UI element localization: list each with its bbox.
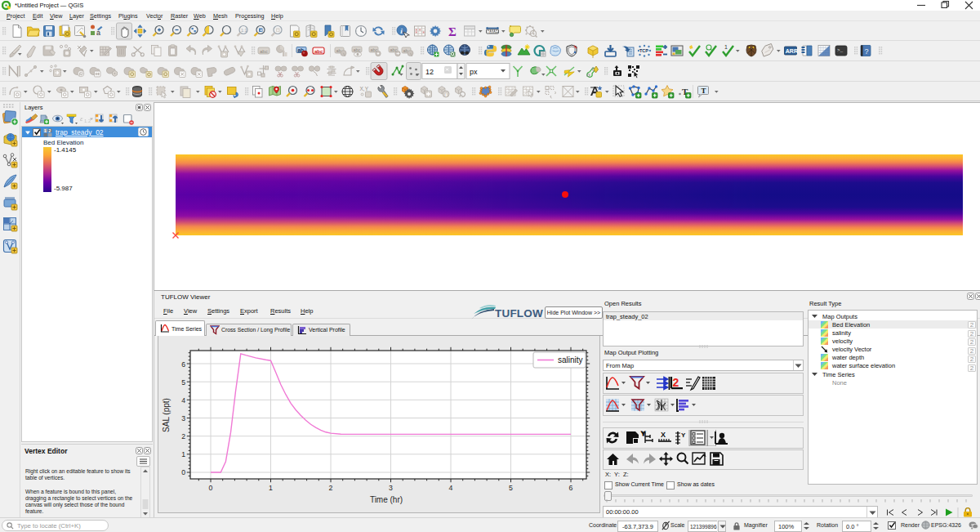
svg-text:2: 2 bbox=[673, 376, 679, 389]
svg-text:?: ? bbox=[865, 47, 869, 56]
svg-text:T: T bbox=[702, 87, 706, 95]
svg-text:0: 0 bbox=[181, 468, 185, 476]
svg-text:ab: ab bbox=[336, 48, 341, 53]
svg-text:ARR: ARR bbox=[786, 48, 798, 54]
svg-text:6: 6 bbox=[181, 360, 185, 369]
svg-text:4: 4 bbox=[181, 396, 185, 405]
svg-text:salinity: salinity bbox=[558, 355, 583, 364]
svg-text:123 km: 123 km bbox=[489, 31, 499, 34]
svg-text:abc: abc bbox=[314, 49, 323, 54]
svg-text:5: 5 bbox=[509, 484, 513, 492]
svg-text:Time (hr): Time (hr) bbox=[370, 495, 403, 504]
svg-text:1.2: 1.2 bbox=[84, 118, 91, 123]
svg-text:6: 6 bbox=[569, 484, 573, 492]
svg-text:abc: abc bbox=[260, 49, 268, 54]
svg-text:TCP: TCP bbox=[639, 48, 648, 53]
svg-text:SAL (ppt): SAL (ppt) bbox=[162, 398, 171, 432]
svg-text:2: 2 bbox=[329, 484, 333, 492]
svg-text:i: i bbox=[445, 92, 447, 98]
svg-text:ab: ab bbox=[403, 48, 408, 53]
svg-text:3: 3 bbox=[181, 414, 185, 422]
svg-text:>_: >_ bbox=[837, 47, 844, 53]
svg-text:3: 3 bbox=[389, 484, 393, 492]
svg-text:ε: ε bbox=[80, 114, 83, 123]
svg-text:px: px bbox=[470, 68, 478, 76]
svg-text:1: 1 bbox=[724, 44, 728, 50]
svg-text:12: 12 bbox=[425, 68, 434, 76]
svg-text:0: 0 bbox=[209, 484, 213, 492]
svg-text:2: 2 bbox=[49, 128, 51, 133]
svg-text:4: 4 bbox=[449, 484, 453, 492]
svg-text:Y: Y bbox=[681, 431, 686, 439]
svg-text:Σ: Σ bbox=[448, 25, 457, 38]
svg-text:1: 1 bbox=[44, 128, 47, 133]
svg-text:5: 5 bbox=[181, 378, 185, 387]
svg-text:TUFLOW: TUFLOW bbox=[495, 307, 543, 320]
svg-text:X,Y: X,Y bbox=[360, 86, 369, 92]
svg-text:1: 1 bbox=[269, 484, 273, 492]
svg-text:1: 1 bbox=[181, 450, 185, 458]
svg-text:2: 2 bbox=[181, 432, 185, 440]
svg-text:abc: abc bbox=[354, 47, 361, 52]
svg-text:X: X bbox=[661, 431, 666, 439]
svg-text:1:1: 1:1 bbox=[241, 28, 247, 33]
